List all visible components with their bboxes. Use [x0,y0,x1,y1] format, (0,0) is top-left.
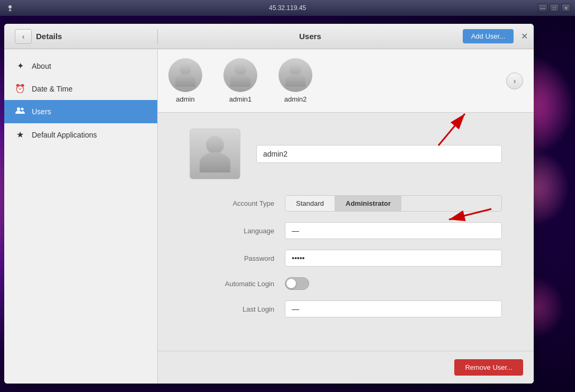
sidebar-item-users[interactable]: Users [4,100,157,123]
users-next-button[interactable]: › [506,72,523,89]
sidebar-item-datetime-label: Date & Time [32,85,73,93]
remove-user-button[interactable]: Remove User... [454,359,523,376]
toggle-knob [286,279,296,288]
sidebar: ✦ About ⏰ Date & Time Users [4,49,158,384]
user-item-admin2[interactable]: admin2 [278,58,312,103]
svg-point-2 [21,108,24,111]
large-avatar [190,129,240,179]
svg-point-0 [8,5,12,8]
close-window-button[interactable]: ✕ [561,4,571,12]
password-row: Password [190,250,502,267]
password-control [285,250,502,267]
avatar-admin2 [278,58,312,92]
avatar-admin [168,58,202,92]
autologin-toggle[interactable] [285,277,309,290]
last-login-control [285,300,502,317]
close-dialog-button[interactable]: ✕ [518,30,531,43]
avatar-admin1-label: admin1 [229,95,252,103]
dialog-header: ‹ Details Users Add User... ✕ [4,24,534,49]
account-type-row: Account Type Standard Administrator [190,195,502,212]
sidebar-item-datetime[interactable]: ⏰ Date & Time [4,77,157,100]
last-login-label: Last Login [190,305,274,313]
administrator-btn[interactable]: Administrator [335,196,401,211]
account-type-control: Standard Administrator [285,195,502,212]
sidebar-item-about[interactable]: ✦ About [4,54,157,77]
maximize-button[interactable]: □ [550,4,559,12]
last-login-row: Last Login [190,300,502,317]
form-area: Account Type Standard Administrator Lang… [158,113,534,351]
autologin-row: Automatic Login [190,277,502,290]
titlebar: 45.32.119.45 — □ ✕ [0,0,575,16]
last-login-input[interactable] [285,300,502,317]
account-type-label: Account Type [190,199,274,207]
users-icon [15,106,25,117]
user-profile-section [190,129,502,179]
minimize-button[interactable]: — [538,4,547,12]
svg-point-1 [17,107,20,111]
main-dialog: ‹ Details Users Add User... ✕ ✦ About ⏰ … [4,24,534,384]
add-user-button[interactable]: Add User... [463,29,514,43]
standard-btn[interactable]: Standard [285,196,335,211]
password-label: Password [190,254,274,262]
main-title-section: Users [158,32,463,41]
language-control [285,222,502,239]
details-title: Details [36,32,62,41]
language-label: Language [190,227,274,235]
about-icon: ✦ [15,61,25,71]
sidebar-item-users-label: Users [32,107,51,116]
avatar-admin1 [223,58,257,92]
avatar-admin2-label: admin2 [284,95,307,103]
password-input[interactable] [285,250,502,267]
dialog-title: Users [299,32,321,41]
language-input[interactable] [285,222,502,239]
language-row: Language [190,222,502,239]
default-apps-icon: ★ [15,130,25,140]
sidebar-item-default-apps-label: Default Applications [32,131,97,139]
sidebar-item-default-apps[interactable]: ★ Default Applications [4,123,157,146]
avatar-admin-label: admin [176,95,194,103]
autologin-control [285,277,502,290]
user-item-admin[interactable]: admin [168,58,202,103]
user-item-admin1[interactable]: admin1 [223,58,257,103]
sidebar-panel-title: ‹ Details [4,29,158,44]
account-type-group: Standard Administrator [285,195,502,212]
titlebar-icon [4,2,16,14]
autologin-label: Automatic Login [190,280,274,288]
main-content: admin admin1 [158,49,534,384]
back-button[interactable]: ‹ [15,29,32,44]
users-row: admin admin1 [158,49,534,113]
titlebar-controls: — □ ✕ [538,4,571,12]
name-field [256,145,502,163]
username-input[interactable] [256,145,502,163]
dialog-footer: Remove User... [158,351,534,384]
titlebar-address: 45.32.119.45 [269,4,306,12]
dialog-body: ✦ About ⏰ Date & Time Users [4,49,534,384]
sidebar-item-about-label: About [32,62,51,70]
datetime-icon: ⏰ [15,84,25,94]
